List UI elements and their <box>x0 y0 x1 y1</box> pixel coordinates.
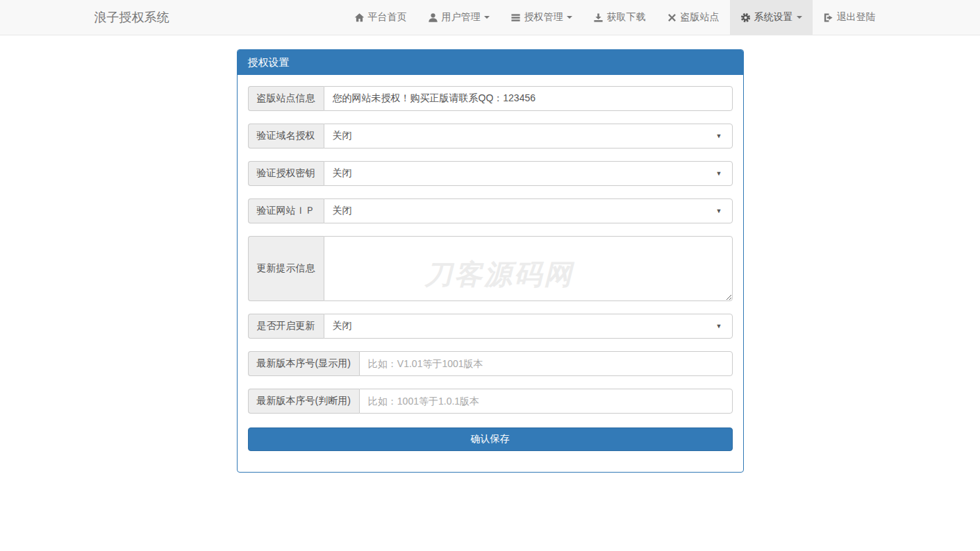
chevron-down-icon <box>567 16 572 19</box>
chevron-down-icon <box>797 16 802 19</box>
nav-item-platform-home[interactable]: 平台首页 <box>344 0 417 35</box>
verify-key-select[interactable]: 关闭 ▼ <box>324 161 733 186</box>
select-value: 关闭 <box>333 320 716 332</box>
field-label: 验证网站ＩＰ <box>248 198 324 223</box>
field-label: 更新提示信息 <box>248 236 324 301</box>
field-label: 验证授权密钥 <box>248 161 324 186</box>
home-icon <box>354 12 365 23</box>
nav-item-system-settings[interactable]: 系统设置 <box>730 0 813 35</box>
verify-domain-select[interactable]: 关闭 ▼ <box>324 124 733 149</box>
nav-item-label: 盗版站点 <box>681 11 720 24</box>
version-judge-input[interactable] <box>359 389 733 414</box>
user-icon <box>428 12 438 23</box>
enable-update-select[interactable]: 关闭 ▼ <box>324 314 733 339</box>
field-wrap: 关闭 ▼ <box>324 198 733 223</box>
nav-item-user-management[interactable]: 用户管理 <box>417 0 500 35</box>
form-row-enable-update: 是否开启更新 关闭 ▼ <box>248 314 733 339</box>
select-arrow-icon: ▼ <box>716 323 722 330</box>
field-wrap <box>359 351 733 376</box>
panel-body: 盗版站点信息 验证域名授权 关闭 ▼ 验证授权密钥 关闭 ▼ <box>238 75 743 472</box>
pirate-info-input[interactable] <box>324 86 733 111</box>
download-icon <box>593 12 604 23</box>
nav-item-label: 系统设置 <box>754 11 793 24</box>
field-wrap <box>359 389 733 414</box>
select-arrow-icon: ▼ <box>716 170 722 177</box>
field-label: 最新版本序号(判断用) <box>248 389 359 414</box>
select-value: 关闭 <box>333 167 716 180</box>
field-label: 是否开启更新 <box>248 314 324 339</box>
nav-item-pirate-sites[interactable]: 盗版站点 <box>656 0 730 35</box>
form-row-pirate-info: 盗版站点信息 <box>248 86 733 111</box>
field-wrap <box>324 236 733 301</box>
nav-item-license-management[interactable]: 授权管理 <box>500 0 583 35</box>
brand-title[interactable]: 浪子授权系统 <box>94 0 180 35</box>
nav-item-label: 授权管理 <box>524 11 563 24</box>
select-value: 关闭 <box>333 130 716 142</box>
navbar-menu: 平台首页 用户管理 授权管理 获取下载 <box>344 0 886 35</box>
nav-item-get-download[interactable]: 获取下载 <box>583 0 656 35</box>
update-message-textarea[interactable] <box>324 236 733 301</box>
settings-panel: 授权设置 盗版站点信息 验证域名授权 关闭 ▼ 验证授权密钥 关闭 <box>237 49 744 473</box>
form-row-verify-key: 验证授权密钥 关闭 ▼ <box>248 161 733 186</box>
form-row-version-judge: 最新版本序号(判断用) <box>248 389 733 414</box>
close-icon <box>667 12 677 23</box>
field-wrap <box>324 86 733 111</box>
chevron-down-icon <box>484 16 490 19</box>
top-navbar: 浪子授权系统 平台首页 用户管理 授权管理 <box>0 0 980 35</box>
nav-item-label: 平台首页 <box>368 11 407 24</box>
select-arrow-icon: ▼ <box>716 207 722 214</box>
select-arrow-icon: ▼ <box>716 133 722 139</box>
list-icon <box>510 12 521 23</box>
field-label: 验证域名授权 <box>248 124 324 149</box>
field-wrap: 关闭 ▼ <box>324 124 733 149</box>
version-display-input[interactable] <box>359 351 733 376</box>
select-value: 关闭 <box>333 205 716 217</box>
verify-ip-select[interactable]: 关闭 ▼ <box>324 198 733 223</box>
nav-item-label: 用户管理 <box>442 11 481 24</box>
sign-out-icon <box>823 12 833 23</box>
form-row-update-message: 更新提示信息 <box>248 236 733 301</box>
field-wrap: 关闭 ▼ <box>324 161 733 186</box>
form-row-version-display: 最新版本序号(显示用) <box>248 351 733 376</box>
navbar-container: 浪子授权系统 平台首页 用户管理 授权管理 <box>84 0 897 35</box>
gear-icon <box>740 12 751 23</box>
field-wrap: 关闭 ▼ <box>324 314 733 339</box>
nav-item-logout[interactable]: 退出登陆 <box>813 0 886 35</box>
field-label: 盗版站点信息 <box>248 86 324 111</box>
nav-item-label: 退出登陆 <box>837 11 876 24</box>
nav-item-label: 获取下载 <box>607 11 646 24</box>
field-label: 最新版本序号(显示用) <box>248 351 359 376</box>
form-row-verify-ip: 验证网站ＩＰ 关闭 ▼ <box>248 198 733 223</box>
panel-title: 授权设置 <box>238 50 743 75</box>
form-row-verify-domain: 验证域名授权 关闭 ▼ <box>248 124 733 149</box>
save-button[interactable]: 确认保存 <box>248 427 733 451</box>
navbar-spacer <box>180 0 344 35</box>
